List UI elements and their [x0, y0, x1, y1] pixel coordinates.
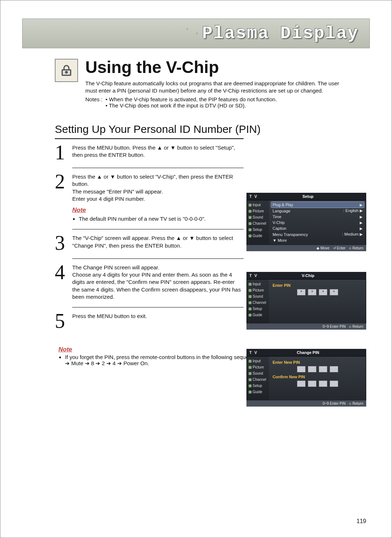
- step-number: 1: [55, 144, 72, 162]
- enter-pin-label: Enter PIN: [273, 283, 364, 288]
- side-channel: Channel: [253, 378, 266, 382]
- row-plugplay: Plug & Play: [273, 203, 293, 207]
- side-guide: Guide: [253, 313, 262, 317]
- page-title: Using the V-Chip: [85, 57, 370, 77]
- step-4: 4 The Change PIN screen will appear. Cho…: [55, 259, 244, 306]
- osd-sidebar: Input Picture Sound Channel Setup Guide: [246, 356, 269, 400]
- osd-setup-screen: T VSetup Input Picture Sound Channel Set…: [246, 193, 366, 251]
- row-more: ▼ More: [273, 238, 287, 242]
- osd-tv: T V: [246, 273, 261, 278]
- step-3: 3 The "V-Chip" screen will appear. Press…: [55, 229, 244, 257]
- step-number: 4: [55, 264, 72, 281]
- page-number: 119: [356, 518, 366, 525]
- lock-icon: [55, 59, 78, 82]
- intro-text: The V-Chip feature automatically locks o…: [85, 80, 347, 95]
- osd-footer: 0~9 Enter PIN ⎌ Return: [246, 400, 366, 407]
- manual-page: Plasma Display Using the V-Chip The V-Ch…: [0, 0, 392, 538]
- side-sound: Sound: [253, 294, 263, 298]
- heading-row: Using the V-Chip The V-Chip feature auto…: [55, 57, 370, 109]
- osd-footer: ◆ Move ⏎ Enter ⎌ Return: [246, 245, 366, 251]
- step-text: Press the MENU button. Press the ▲ or ▼ …: [72, 144, 244, 159]
- osd-tv: T V: [246, 194, 261, 199]
- notes-block: Notes : • When the V-chip feature is act…: [85, 96, 370, 109]
- step-2-text: Press the ▲ or ▼ button to select "V-Chi…: [72, 174, 233, 202]
- note-1: When the V-chip feature is activated, th…: [109, 96, 277, 102]
- note-label: Note: [72, 206, 244, 215]
- notes-label: Notes :: [85, 96, 103, 102]
- side-input: Input: [253, 282, 261, 286]
- osd-tv: T V: [246, 350, 261, 355]
- osd-main: Enter New PIN Confirm New PIN: [269, 356, 366, 400]
- osd-main: Plug & Play▶ Language: English ▶ Time▶ V…: [269, 200, 366, 245]
- side-input: Input: [253, 203, 261, 207]
- side-guide: Guide: [253, 390, 262, 394]
- step-number: 3: [55, 235, 72, 252]
- step-text: Press the MENU button to exit.: [72, 313, 147, 320]
- note-2: The V-Chip does not work if the input is…: [109, 102, 246, 109]
- osd-title: V-Chip: [302, 273, 314, 278]
- osd-sidebar: Input Picture Sound Channel Setup Guide: [246, 200, 269, 245]
- side-setup: Setup: [253, 384, 262, 388]
- side-guide: Guide: [253, 234, 262, 238]
- osd-footer: 0~9 Enter PIN ⎌ Return: [246, 323, 366, 330]
- foot-enterpin: 0~9 Enter PIN: [323, 325, 346, 329]
- osd-main: Enter PIN * * * *: [269, 280, 366, 323]
- osd-sidebar: Input Picture Sound Channel Setup Guide: [246, 280, 269, 323]
- step-number: 2: [55, 173, 72, 191]
- step-text: Press the ▲ or ▼ button to select "V-Chi…: [72, 173, 244, 223]
- svg-point-1: [66, 72, 67, 73]
- side-channel: Channel: [253, 221, 266, 225]
- row-menutrans-val: : Medium: [342, 232, 359, 236]
- section-heading: Setting Up Your Personal ID Number (PIN): [55, 123, 370, 135]
- enter-new-pin-label: Enter New PIN: [273, 360, 364, 364]
- side-picture: Picture: [253, 288, 264, 292]
- side-picture: Picture: [253, 365, 264, 369]
- pin-boxes: * * * *: [271, 289, 364, 296]
- foot-return: ⎌ Return: [349, 402, 363, 405]
- pin-boxes: [271, 366, 364, 372]
- side-input: Input: [253, 359, 261, 363]
- side-picture: Picture: [253, 209, 264, 213]
- row-time: Time: [273, 215, 281, 219]
- pin-digit: *: [319, 289, 327, 296]
- pin-boxes: [271, 380, 364, 387]
- foot-enterpin: 0~9 Enter PIN: [323, 402, 346, 405]
- note-item: The default PIN number of a new TV set i…: [79, 215, 244, 223]
- row-menutrans: Menu Transparency: [273, 232, 308, 237]
- side-channel: Channel: [253, 301, 266, 305]
- step-1: 1 Press the MENU button. Press the ▲ or …: [55, 139, 244, 167]
- osd-changepin-screen: T VChange PIN Input Picture Sound Channe…: [246, 349, 366, 407]
- side-sound: Sound: [253, 215, 263, 219]
- banner: Plasma Display: [22, 19, 370, 48]
- row-language-val: : English: [343, 208, 359, 213]
- osd-title: Change PIN: [297, 350, 319, 355]
- step-text: The "V-Chip" screen will appear. Press t…: [72, 235, 244, 249]
- foot-move: ◆ Move: [317, 246, 329, 250]
- step-2: 2 Press the ▲ or ▼ button to select "V-C…: [55, 168, 244, 228]
- confirm-new-pin-label: Confirm New PIN: [273, 375, 364, 379]
- osd-enterpin-screen: T VV-Chip Input Picture Sound Channel Se…: [246, 272, 366, 330]
- row-vchip: V-Chip: [273, 220, 285, 225]
- foot-enter: ⏎ Enter: [333, 246, 346, 250]
- note-list: The default PIN number of a new TV set i…: [72, 215, 244, 223]
- row-caption: Caption: [273, 226, 286, 231]
- side-setup: Setup: [253, 307, 262, 311]
- step-text: The Change PIN screen will appear. Choos…: [72, 264, 244, 301]
- foot-return: ⎌ Return: [349, 325, 363, 329]
- pin-digit: *: [330, 289, 338, 296]
- row-language: Language: [273, 209, 290, 213]
- pin-digit: *: [297, 289, 306, 296]
- foot-return: ⎌ Return: [349, 246, 363, 250]
- side-setup: Setup: [253, 228, 262, 232]
- side-sound: Sound: [253, 371, 263, 375]
- step-number: 5: [55, 313, 72, 330]
- osd-title: Setup: [302, 194, 314, 199]
- step-5: 5 Press the MENU button to exit.: [55, 307, 244, 335]
- banner-title: Plasma Display: [202, 24, 359, 43]
- pin-digit: *: [308, 289, 317, 296]
